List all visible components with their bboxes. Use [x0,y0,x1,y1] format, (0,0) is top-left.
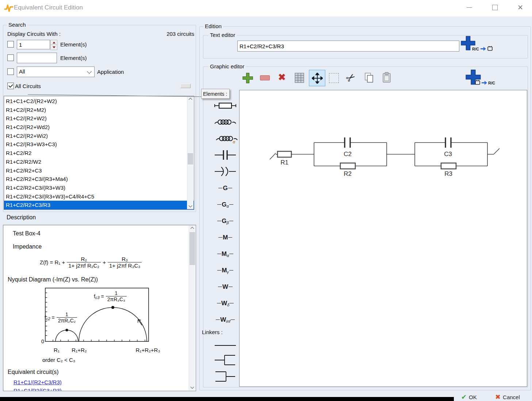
element-count-spinner [50,40,57,49]
palette-w[interactable]: W [212,280,238,293]
delete-button[interactable]: ✖ [276,71,288,83]
element-count-caption: Element(s) [60,41,87,48]
list-item[interactable]: R1+C2/R2+C3 [4,166,187,175]
list-item[interactable]: R1+C2/R2+C3/(R3+Ma4) [4,175,187,184]
all-circuits-checkbox[interactable] [7,83,14,89]
scrollbar-thumb[interactable] [188,153,193,164]
list-item[interactable]: R1+C2/R2 [4,149,187,158]
cross-icon: ✖ [495,393,501,401]
list-item[interactable]: R1+C1+C2/(R2+W2) [4,97,187,106]
circuit-text-input[interactable] [237,41,459,52]
fraction-numerator: R₂ [81,256,87,262]
palette-inductor[interactable] [212,116,238,128]
select-tool-button[interactable] [328,72,339,83]
palette-g-beta[interactable]: Gβ [212,215,238,227]
element-letter: W [220,317,226,323]
minimize-button[interactable] [461,0,478,15]
lead-dash [216,319,220,320]
scroll-down-button[interactable] [189,384,195,390]
lead-dash [229,221,233,221]
list-item[interactable]: R1+C2/R2+C3/(R3+W3) [4,184,187,192]
palette-resistor[interactable] [212,99,238,112]
move-tool-button[interactable] [309,70,325,86]
scrollbar-thumb[interactable] [190,232,195,265]
circuit-list[interactable]: R1+C1+C2/(R2+W2) R1+C2/(R2+M2) R1+C2/(R2… [4,96,194,210]
element-letter: G [222,218,226,224]
copy-button[interactable] [363,72,375,84]
element-count-input[interactable] [17,40,50,49]
equivalent-circuit-link[interactable]: R1+C1/(R2+C3/R3) [14,379,62,385]
element-name-checkbox[interactable] [7,54,14,61]
rc-label: R/C [488,81,495,85]
list-item[interactable]: R1+C2/(R2+M2) [4,106,187,114]
palette-linker-line[interactable] [212,339,238,352]
fraction-denominator: 2πR₂C₂ [57,317,77,324]
list-item-selected[interactable]: R1+C2/R2+C3/R3 [4,201,194,209]
palette-w-delta[interactable]: Wδ [212,297,238,309]
scroll-down-button[interactable] [187,203,194,209]
list-item[interactable]: R1+C2/R2/W2 [4,158,187,166]
lead-dash [230,303,234,303]
text-to-graphic-button[interactable]: R/C [461,36,494,53]
grid-button[interactable] [294,72,305,84]
lead-dash [217,303,221,303]
palette-m[interactable]: M [212,231,238,243]
element-count-checkbox[interactable] [7,41,14,48]
fraction-numerator: 1 [115,290,118,296]
close-button[interactable]: ✕ [512,0,529,15]
palette-linker-split[interactable] [212,354,238,366]
fraction-numerator: 1 [65,311,68,317]
cancel-button[interactable]: ✖ Cancel [495,393,520,401]
linker-line-icon [215,344,236,347]
fc3-point [111,306,114,309]
add-element-button[interactable] [242,72,253,84]
application-select[interactable]: All [17,67,95,77]
palette-linker-merge[interactable] [212,370,238,383]
fc-sub: c3 [95,296,100,300]
palette-m-alpha[interactable]: Mα [212,247,238,260]
spinner-down-button[interactable] [50,45,57,50]
circuit-canvas[interactable]: R1 C2 R2 C3 R3 [239,90,527,387]
list-item[interactable]: R1+C2/(R3+W3+C3) [4,140,187,149]
palette-capacitor[interactable] [212,149,238,161]
element-letter: G [222,201,226,208]
scroll-up-button[interactable] [189,226,195,232]
palette-g-alpha[interactable]: Gα [212,198,238,211]
equivalent-circuit-link[interactable]: R1+C1/R2/(C3+R3) [14,387,62,391]
cut-button[interactable]: ✂ [343,71,359,84]
formula-plus: + [103,259,106,265]
palette-cpe[interactable] [212,165,238,178]
xaxis-label-r1r2r3: R₁+R₂+R₃ [129,347,167,353]
palette-inductor-alpha[interactable]: α [212,132,238,145]
list-scrollbar[interactable] [187,97,194,209]
app-logo-icon [4,3,14,13]
lead-dash [218,188,222,188]
application-checkbox[interactable] [7,68,14,75]
palette-g[interactable]: G [212,182,238,194]
graphic-to-text-button[interactable]: R/C [466,69,502,88]
ok-button[interactable]: ✔ OK [461,393,477,401]
paste-button[interactable] [381,72,393,83]
move-arrows-icon [312,73,323,84]
list-item[interactable]: R1+C2/(R2+W2) [4,114,187,123]
list-item[interactable]: R1+C2/(R2+Wi2) [4,132,187,140]
remove-element-button[interactable] [259,72,271,84]
fc-eq: = [101,294,104,299]
element-name-input[interactable] [17,53,57,63]
graphic-editor-group-label: Graphic editor [208,63,246,69]
scroll-up-button[interactable] [187,97,194,103]
palette-m-gamma[interactable]: Mγ [212,264,238,276]
element-subscript: β [226,221,229,225]
chevron-up-icon [189,98,192,102]
element-letter: M [223,234,228,241]
description-scrollbar[interactable] [189,226,195,390]
all-circuits-caption: All Circuits [15,83,41,89]
list-item[interactable]: R1+C2/R2+C3/(R3+W3)+C4/R4+C5 [4,192,187,201]
capacitor-icon [214,150,237,160]
list-item[interactable]: R1+C2/(R2+Wd2) [4,123,187,132]
splitter-handle[interactable] [180,84,191,88]
palette-w-inf[interactable]: Winf [212,313,238,326]
inductor-icon [214,117,237,127]
title-bar: Equivalent Circuit Edition ✕ [0,0,532,16]
maximize-button[interactable] [486,0,503,15]
